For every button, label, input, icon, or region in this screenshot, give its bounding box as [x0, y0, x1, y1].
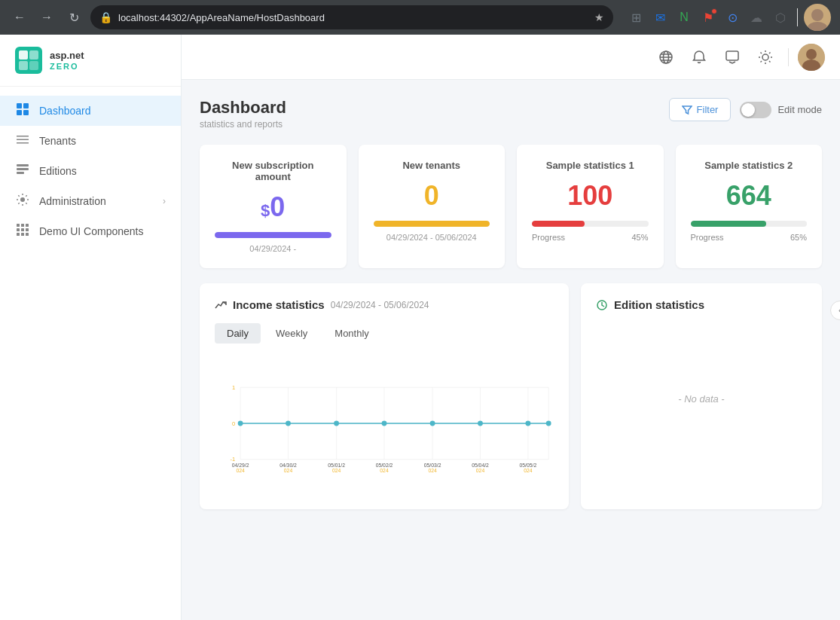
sidebar-item-label: Editions [39, 165, 77, 177]
svg-line-39 [761, 61, 762, 63]
sidebar-item-editions[interactable]: Editions [0, 156, 181, 186]
sidebar-item-dashboard[interactable]: Dashboard [0, 96, 181, 126]
svg-rect-19 [26, 224, 29, 227]
svg-rect-3 [29, 50, 38, 60]
svg-line-38 [769, 61, 771, 63]
extension-1[interactable]: ⊞ [625, 7, 646, 28]
sidebar: asp.net ZERO Dashboard Tenants [0, 35, 182, 620]
stat-card-sample1: Sample statistics 1 100 Progress 45% [517, 145, 664, 268]
stat-date: 04/29/2024 - 05/06/2024 [374, 233, 490, 242]
tab-monthly[interactable]: Monthly [322, 323, 381, 344]
sidebar-nav: Dashboard Tenants Editions Administratio… [0, 87, 181, 620]
app-layout: asp.net ZERO Dashboard Tenants [0, 35, 840, 620]
svg-point-62 [430, 421, 435, 426]
dashboard-icon [15, 103, 30, 118]
extension-3[interactable]: N [674, 7, 695, 28]
progress-label: Progress [691, 233, 724, 242]
page-title: Dashboard [200, 98, 286, 118]
svg-rect-25 [26, 233, 29, 236]
svg-rect-14 [17, 168, 29, 170]
chevron-down-icon: › [163, 196, 166, 206]
chart-date-range: 04/29/2024 - 05/06/2024 [331, 300, 429, 310]
svg-text:024: 024 [380, 468, 389, 473]
svg-text:04/29/2: 04/29/2 [232, 463, 249, 468]
stat-bar-container [691, 221, 808, 227]
chart-tabs: Daily Weekly Monthly [215, 323, 554, 344]
svg-rect-5 [29, 61, 38, 70]
tab-weekly[interactable]: Weekly [264, 323, 319, 344]
svg-text:04/30/2: 04/30/2 [279, 463, 297, 468]
stat-bar-container [532, 221, 649, 227]
svg-rect-9 [23, 110, 29, 115]
demo-ui-icon [15, 224, 30, 239]
svg-rect-13 [17, 164, 29, 166]
forward-button[interactable]: → [36, 7, 57, 28]
svg-text:1: 1 [232, 384, 235, 391]
stat-value: $0 [215, 191, 331, 223]
stat-card-subscription: New subscription amount $0 04/29/2024 - [200, 145, 347, 268]
income-chart-svg: 1 0 -1 [215, 356, 554, 491]
svg-point-65 [546, 421, 551, 426]
svg-text:024: 024 [332, 468, 341, 473]
svg-rect-18 [21, 224, 24, 227]
sidebar-item-label: Administration [39, 195, 106, 207]
svg-text:024: 024 [236, 468, 245, 473]
chart-icon [215, 299, 227, 311]
extension-6[interactable]: ☁ [746, 7, 767, 28]
svg-rect-8 [17, 110, 22, 115]
notifications-icon[interactable] [686, 44, 713, 71]
stat-date: 04/29/2024 - [215, 244, 331, 253]
stat-bar [691, 221, 766, 227]
chat-icon[interactable] [719, 44, 746, 71]
svg-point-60 [334, 421, 339, 426]
stat-progress-row: Progress 65% [691, 233, 808, 242]
extension-7[interactable]: ⬡ [770, 7, 791, 28]
stat-bar-container [215, 232, 331, 238]
tab-daily[interactable]: Daily [215, 323, 261, 344]
progress-pct: 45% [631, 233, 648, 242]
filter-button[interactable]: Filter [669, 98, 732, 121]
extension-2[interactable]: ✉ [649, 7, 670, 28]
theme-icon[interactable] [752, 44, 779, 71]
dollar-prefix: $ [261, 201, 270, 220]
extension-4[interactable]: ⚑ [698, 7, 719, 28]
stat-progress-row: Progress 45% [532, 233, 649, 242]
svg-text:0: 0 [232, 420, 235, 427]
sidebar-item-tenants[interactable]: Tenants [0, 126, 181, 156]
browser-profile-avatar[interactable] [804, 4, 831, 31]
page-title-block: Dashboard statistics and reports [200, 98, 286, 130]
svg-point-0 [811, 9, 823, 21]
svg-point-42 [806, 49, 817, 60]
toggle-knob [741, 103, 755, 117]
toggle-switch[interactable] [740, 102, 771, 118]
stat-card-tenants: New tenants 0 04/29/2024 - 05/06/2024 [359, 145, 506, 268]
svg-text:-1: -1 [231, 456, 236, 463]
edit-mode-toggle: Edit mode [740, 102, 822, 118]
sidebar-item-label: Demo UI Components [39, 225, 144, 237]
stat-label: New tenants [374, 160, 490, 171]
svg-point-61 [382, 421, 387, 426]
stats-row: New subscription amount $0 04/29/2024 - … [200, 145, 822, 268]
svg-rect-4 [19, 61, 28, 70]
progress-pct: 65% [790, 233, 807, 242]
sidebar-logo: asp.net ZERO [0, 35, 181, 87]
svg-rect-17 [17, 224, 20, 227]
user-avatar[interactable] [798, 44, 825, 71]
svg-point-58 [238, 421, 243, 426]
svg-point-59 [286, 421, 291, 426]
extension-5[interactable]: ⊙ [722, 7, 743, 28]
sidebar-item-demo-ui[interactable]: Demo UI Components [0, 216, 181, 246]
refresh-button[interactable]: ↻ [63, 7, 84, 28]
divider [797, 8, 798, 26]
logo-icon [15, 47, 42, 74]
edit-mode-label: Edit mode [777, 104, 822, 115]
language-icon[interactable] [652, 44, 680, 71]
svg-point-64 [526, 421, 531, 426]
page-header: Dashboard statistics and reports Filter … [200, 98, 822, 130]
address-bar[interactable]: 🔒 localhost:44302/AppAreaName/HostDashbo… [90, 5, 613, 29]
svg-rect-7 [23, 103, 29, 108]
svg-text:05/05/2: 05/05/2 [520, 463, 537, 468]
sidebar-item-administration[interactable]: Administration › [0, 186, 181, 216]
svg-rect-6 [17, 103, 22, 108]
back-button[interactable]: ← [9, 7, 30, 28]
